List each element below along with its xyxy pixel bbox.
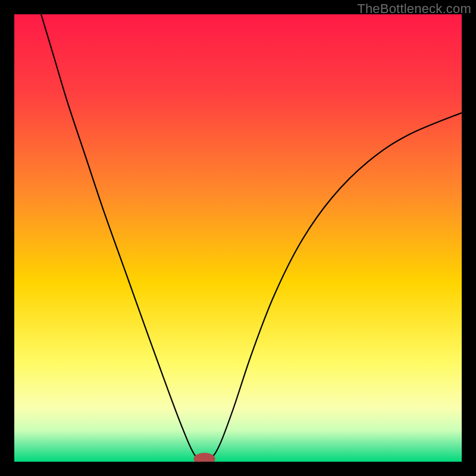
bottleneck-chart bbox=[14, 14, 462, 462]
watermark-text: TheBottleneck.com bbox=[357, 1, 471, 17]
chart-frame bbox=[14, 14, 462, 462]
